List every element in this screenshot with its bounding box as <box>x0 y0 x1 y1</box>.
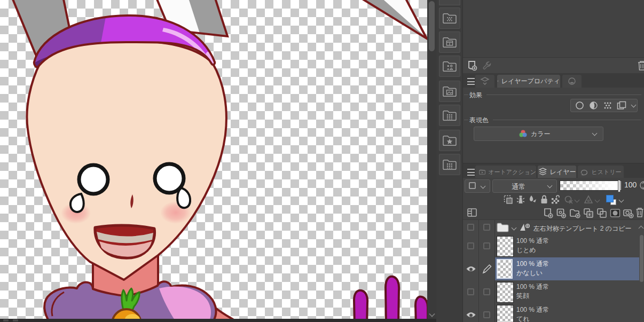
tab-layer-property[interactable]: レイヤープロパティ <box>497 75 560 88</box>
divider <box>464 95 468 95</box>
rgb-color-icon <box>519 129 528 138</box>
expression-section-label: 表現色 <box>469 116 489 125</box>
scroll-up-icon[interactable] <box>639 226 644 231</box>
material-folder-template[interactable] <box>439 32 460 53</box>
lock-transparent-icon[interactable] <box>551 194 560 205</box>
material-folder-tone[interactable] <box>439 7 460 29</box>
opacity-spinner-icon[interactable] <box>639 180 644 190</box>
layer-palette-tabbar: オートアクション レイヤー ヒストリー <box>463 163 644 178</box>
new-layer-dialog-icon[interactable] <box>556 208 567 218</box>
layer-thumbnail[interactable] <box>497 236 514 257</box>
folder-expand-icon[interactable] <box>512 225 517 231</box>
layer-name: 左右対称テンプレート 2 のコピー <box>533 224 632 233</box>
clip-below-icon[interactable] <box>504 195 513 205</box>
edit-checkbox[interactable] <box>483 224 490 231</box>
chevron-down-icon[interactable] <box>575 198 580 203</box>
ruler-range-icon[interactable] <box>584 195 593 205</box>
material-toolbar <box>463 57 644 74</box>
layer-color-icon[interactable] <box>617 101 627 110</box>
tab-tone[interactable] <box>562 75 582 88</box>
visibility-checkbox[interactable] <box>467 242 474 249</box>
new-raster-layer-icon[interactable] <box>543 208 554 218</box>
halftone-dots-icon[interactable] <box>603 101 612 110</box>
palette-display-icon[interactable] <box>467 208 477 217</box>
layer-command-row <box>463 206 644 220</box>
folder-thumbnail-icon[interactable] <box>496 221 509 233</box>
layer-thumbnail[interactable] <box>497 259 513 279</box>
material-folder-partial[interactable] <box>439 0 460 5</box>
wrench-icon[interactable] <box>482 61 492 70</box>
material-list-empty <box>463 0 644 57</box>
layer-color-swatch[interactable] <box>606 195 616 205</box>
pencil-icon[interactable] <box>482 264 492 274</box>
blend-row: 通常 100 <box>463 178 644 193</box>
layer-name: 笑顔 <box>516 292 529 301</box>
layer-list-scrollbar-thumb[interactable] <box>640 235 643 282</box>
chevron-down-icon[interactable] <box>631 102 637 107</box>
visibility-checkbox[interactable] <box>467 224 474 231</box>
reference-layer-icon[interactable] <box>516 194 525 205</box>
layer-thumbnail[interactable] <box>497 282 514 303</box>
nav-icon <box>3 319 9 321</box>
material-folder-figure[interactable] <box>439 56 460 77</box>
tab-auto-action[interactable]: オートアクション <box>475 166 536 178</box>
lock-icon[interactable] <box>540 194 548 205</box>
layer-row[interactable]: 100 % 通常 笑顔 <box>463 280 644 304</box>
palette-color-dropdown[interactable] <box>465 179 490 193</box>
trash-icon[interactable] <box>637 60 644 71</box>
delete-layer-icon[interactable] <box>635 207 644 218</box>
layer-row[interactable]: 100 % 通常 てれ <box>463 303 644 322</box>
eye-icon[interactable] <box>466 311 476 319</box>
draw-target-icon[interactable] <box>528 195 538 205</box>
opacity-slider-handle[interactable] <box>618 180 621 192</box>
edit-checkbox[interactable] <box>483 242 490 249</box>
eye-icon[interactable] <box>466 265 476 273</box>
layer-row-selected[interactable]: 100 % 通常 かなしい <box>463 257 644 281</box>
create-mask-icon[interactable] <box>610 208 621 218</box>
character-artwork <box>0 0 427 322</box>
auto-action-icon <box>479 168 485 176</box>
layer-thumbnail[interactable] <box>497 305 514 322</box>
edit-checkbox[interactable] <box>483 311 490 318</box>
new-folder-icon[interactable] <box>569 208 581 218</box>
material-palette-strip <box>436 0 463 322</box>
tab-layer[interactable]: レイヤー <box>538 166 576 178</box>
canvas-vertical-scrollbar[interactable] <box>427 0 436 322</box>
history-icon <box>580 168 588 176</box>
border-effect-icon[interactable] <box>575 101 584 110</box>
canvas-vertical-scrollbar-thumb[interactable] <box>429 1 435 51</box>
canvas-viewport[interactable] <box>0 0 427 322</box>
divider <box>486 95 641 95</box>
add-material-icon[interactable] <box>467 60 478 71</box>
material-folder-pattern-2[interactable] <box>439 154 460 175</box>
layer-row-folder[interactable]: 左右対称テンプレート 2 のコピー <box>463 220 644 235</box>
enable-mask-icon[interactable] <box>564 195 574 205</box>
layers-icon <box>538 168 547 176</box>
new-frame-icon[interactable] <box>623 208 634 218</box>
layer-name: かなしい <box>516 269 543 278</box>
divider <box>464 120 468 120</box>
material-folder-pattern[interactable] <box>439 105 460 126</box>
tone-effect-icon[interactable] <box>589 101 598 110</box>
opacity-slider[interactable] <box>560 180 622 191</box>
blend-mode-dropdown[interactable]: 通常 <box>492 179 557 193</box>
edit-checkbox[interactable] <box>483 288 490 295</box>
tab-subtool-detail[interactable] <box>475 75 494 88</box>
tab-history[interactable]: ヒストリー <box>578 166 624 178</box>
palette-color-swatch <box>469 182 476 189</box>
palette-menu-icon[interactable] <box>467 78 475 85</box>
layer-name: じとめ <box>516 246 536 255</box>
material-folder-image[interactable] <box>439 81 460 102</box>
chevron-down-icon[interactable] <box>619 198 624 203</box>
transfer-to-lower-icon[interactable] <box>583 208 594 218</box>
material-folder-favorite[interactable] <box>439 130 460 151</box>
expression-color-dropdown[interactable]: カラー <box>474 127 603 141</box>
layer-property-icon <box>497 77 499 85</box>
visibility-checkbox[interactable] <box>467 288 474 295</box>
palette-menu-icon[interactable] <box>467 169 475 176</box>
layer-row[interactable]: 100 % 通常 じとめ <box>463 234 644 258</box>
merge-to-lower-icon[interactable] <box>596 208 607 218</box>
chevron-down-icon[interactable] <box>595 198 600 203</box>
chevron-down-icon <box>547 183 553 189</box>
scroll-down-icon[interactable] <box>429 311 435 317</box>
